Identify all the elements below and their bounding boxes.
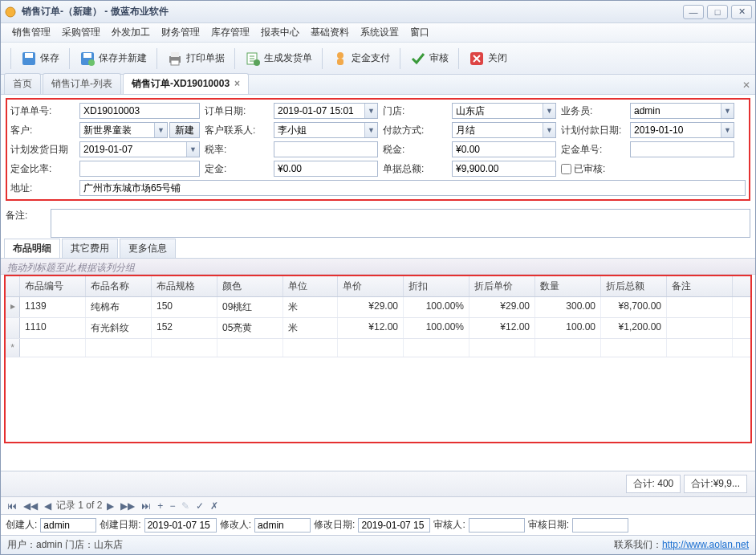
deposit-button[interactable]: 定金支付 — [326, 47, 396, 70]
menu-finance[interactable]: 财务管理 — [156, 23, 205, 42]
new-row[interactable]: * — [6, 339, 750, 357]
svg-point-10 — [254, 59, 260, 66]
menu-purchase[interactable]: 采购管理 — [57, 23, 105, 42]
menu-outsource[interactable]: 外发加工 — [107, 23, 155, 42]
payment-select[interactable] — [452, 122, 556, 138]
total-input[interactable] — [452, 161, 556, 177]
plan-ship-input[interactable] — [79, 141, 200, 157]
close-button[interactable]: 关闭 — [462, 47, 514, 70]
svg-point-11 — [337, 52, 343, 59]
menu-bar: 销售管理 采购管理 外发加工 财务管理 库存管理 报表中心 基础资料 系统设置 … — [1, 23, 755, 43]
deposit-rate-label: 定金比率: — [10, 162, 75, 176]
nav-edit[interactable]: ✎ — [180, 500, 191, 512]
address-input[interactable] — [79, 180, 746, 196]
order-no-input[interactable] — [79, 103, 200, 119]
col-net[interactable]: 折后单价 — [469, 276, 535, 296]
col-color[interactable]: 颜色 — [217, 276, 283, 296]
save-new-button[interactable]: 保存并新建 — [73, 47, 153, 70]
tax-input[interactable] — [452, 141, 556, 157]
plan-pay-input[interactable] — [630, 122, 734, 138]
menu-sales[interactable]: 销售管理 — [7, 23, 55, 42]
menu-report[interactable]: 报表中心 — [256, 23, 304, 42]
save-button[interactable]: 保存 — [14, 47, 66, 70]
col-qty[interactable]: 数量 — [535, 276, 601, 296]
tab-other-fee[interactable]: 其它费用 — [62, 239, 118, 258]
audit-info: 创建人: 创建日期: 修改人: 修改日期: 审核人: 审核日期: — [1, 514, 755, 535]
dropdown-icon[interactable]: ▼ — [721, 123, 734, 137]
contact-label: 客户联系人: — [205, 124, 269, 137]
new-customer-button[interactable]: 新建 — [169, 122, 200, 138]
nav-add[interactable]: + — [156, 500, 165, 512]
tab-current[interactable]: 销售订单-XD19010003× — [123, 73, 249, 94]
nav-remove[interactable]: − — [168, 500, 177, 512]
nav-prev-page[interactable]: ◀◀ — [22, 500, 39, 512]
dropdown-icon[interactable]: ▼ — [543, 104, 555, 118]
nav-check[interactable]: ✓ — [194, 500, 205, 512]
order-date-input[interactable] — [274, 103, 378, 119]
menu-window[interactable]: 窗口 — [405, 23, 434, 42]
order-no-label: 订单单号: — [10, 104, 75, 118]
deposit-no-input[interactable] — [630, 141, 734, 157]
deposit-rate-input[interactable] — [79, 161, 200, 177]
remark-input[interactable] — [51, 209, 750, 238]
save-icon — [21, 51, 37, 67]
tab-more-info[interactable]: 更多信息 — [120, 239, 176, 258]
detail-tabs: 布品明细 其它费用 更多信息 — [1, 239, 755, 259]
sales-select[interactable] — [630, 103, 734, 119]
contact-select[interactable] — [274, 122, 378, 138]
deposit-input[interactable] — [274, 161, 378, 177]
nav-next[interactable]: ▶ — [105, 500, 116, 512]
title-bar: 销售订单-（新建） - 傲蓝布业软件 ― □ ✕ — [1, 1, 755, 23]
dropdown-icon[interactable]: ▼ — [154, 123, 167, 137]
nav-next-page[interactable]: ▶▶ — [119, 500, 136, 512]
col-amt[interactable]: 折后总额 — [601, 276, 667, 296]
dropdown-icon[interactable]: ▼ — [364, 104, 377, 118]
col-code[interactable]: 布品编号 — [20, 276, 86, 296]
print-button[interactable]: 打印单据 — [161, 47, 231, 70]
tab-list[interactable]: 销售订单-列表 — [43, 73, 121, 94]
audit-button[interactable]: 审核 — [404, 47, 455, 70]
tax-rate-input[interactable] — [274, 141, 378, 157]
col-name[interactable]: 布品名称 — [86, 276, 152, 296]
svg-rect-7 — [171, 52, 179, 57]
nav-prev[interactable]: ◀ — [43, 500, 53, 512]
ctime-field — [144, 518, 217, 533]
payment-label: 付款方式: — [383, 124, 447, 137]
svg-rect-8 — [171, 60, 179, 65]
group-panel[interactable]: 拖动列标题至此,根据该列分组 — [1, 259, 755, 275]
close-icon — [469, 51, 485, 67]
col-note[interactable]: 备注 — [667, 276, 733, 296]
dropdown-icon[interactable]: ▼ — [364, 123, 377, 137]
nav-first[interactable]: ⏮ — [6, 500, 18, 512]
nav-cancel[interactable]: ✗ — [209, 500, 220, 512]
maximize-button[interactable]: □ — [707, 5, 728, 19]
menu-system[interactable]: 系统设置 — [356, 23, 404, 42]
tab-home[interactable]: 首页 — [4, 73, 41, 94]
table-row[interactable]: 1110有光斜纹15205亮黄米¥12.00100.00%¥12.00100.0… — [6, 318, 750, 339]
menu-base[interactable]: 基础资料 — [306, 23, 354, 42]
table-row[interactable]: ▸1139纯棉布15009桃红米¥29.00100.00%¥29.00300.0… — [6, 297, 750, 318]
audited-checkbox[interactable] — [561, 164, 571, 174]
record-navigator: ⏮ ◀◀ ◀ 记录 1 of 2 ▶ ▶▶ ⏭ + − ✎ ✓ ✗ — [1, 496, 755, 514]
col-unit[interactable]: 单位 — [283, 276, 338, 296]
tab-detail[interactable]: 布品明细 — [4, 239, 60, 258]
dropdown-icon[interactable]: ▼ — [186, 142, 199, 157]
close-window-button[interactable]: ✕ — [731, 5, 752, 19]
svg-point-5 — [88, 59, 95, 66]
total-label: 单据总额: — [383, 162, 447, 176]
store-select[interactable] — [452, 103, 556, 119]
col-price[interactable]: 单价 — [338, 276, 404, 296]
gen-delivery-button[interactable]: 生成发货单 — [238, 47, 319, 70]
website-link[interactable]: http://www.aolan.net — [662, 539, 749, 550]
dropdown-icon[interactable]: ▼ — [721, 104, 734, 118]
minimize-button[interactable]: ― — [683, 5, 704, 19]
col-disc[interactable]: 折扣 — [404, 276, 469, 296]
dropdown-icon[interactable]: ▼ — [543, 123, 555, 137]
tab-close-icon[interactable]: × — [234, 78, 240, 89]
grid-header: 布品编号 布品名称 布品规格 颜色 单位 单价 折扣 折后单价 数量 折后总额 … — [6, 276, 750, 297]
tabs-close-all-icon[interactable]: ✕ — [742, 80, 750, 91]
col-spec[interactable]: 布品规格 — [152, 276, 217, 296]
grid-summary: 合计: 400 合计:¥9,9... — [1, 471, 755, 496]
nav-last[interactable]: ⏭ — [140, 500, 152, 512]
menu-stock[interactable]: 库存管理 — [206, 23, 254, 42]
